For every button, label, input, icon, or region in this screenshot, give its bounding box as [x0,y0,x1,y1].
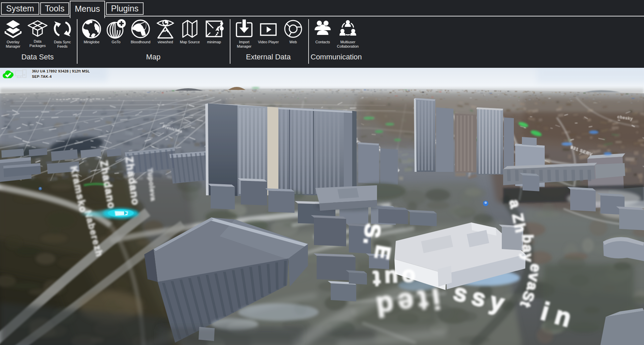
svg-text:36U UA 17892 93428 | 912ft MSL: 36U UA 17892 93428 | 912ft MSL [32,69,90,73]
svg-text:S.: S. [359,223,385,246]
svg-text:SEP-TAK-4: SEP-TAK-4 [32,75,52,79]
svg-text:bay: bay [520,234,536,263]
